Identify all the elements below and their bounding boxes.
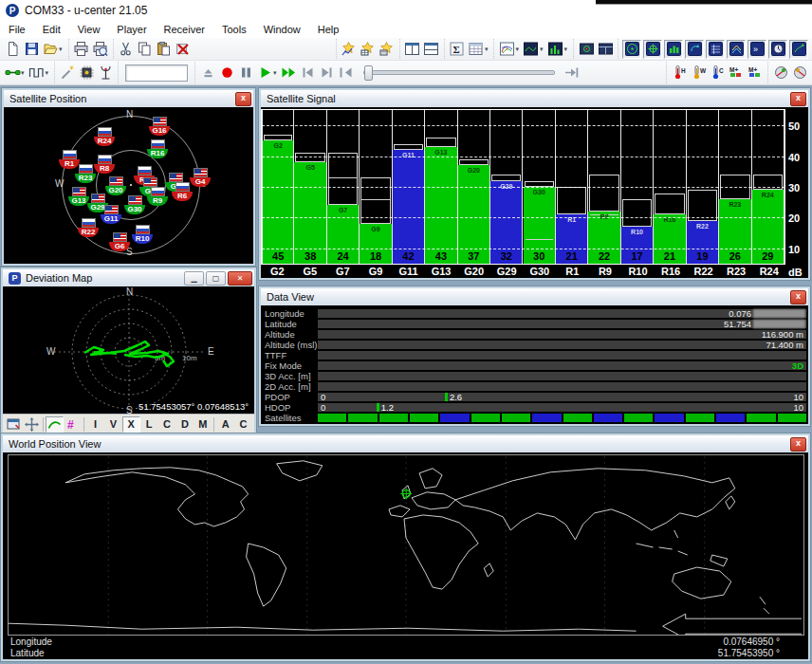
histogram-view-dropdown-icon[interactable]: ▾: [563, 46, 567, 53]
scale-button-c[interactable]: C: [158, 416, 176, 433]
new-table-view-icon[interactable]: [359, 40, 378, 59]
map-chart-view-icon[interactable]: [522, 40, 541, 59]
panel-title: Satellite Signal: [267, 93, 790, 104]
baudrate-icon[interactable]: [28, 64, 46, 83]
world-position-titlebar[interactable]: World Position View x: [3, 435, 808, 452]
assistnow-offline-icon[interactable]: M+: [746, 64, 765, 83]
scale-button-v[interactable]: V: [104, 416, 122, 433]
chart-view-icon[interactable]: [497, 40, 516, 59]
connect-icon[interactable]: [3, 64, 22, 83]
scale-button-d[interactable]: D: [175, 416, 194, 433]
deviation-map-titlebar[interactable]: P Deviation Map ▁ ▢ ✕: [3, 269, 254, 286]
paste-icon[interactable]: [155, 40, 174, 59]
scale-button-l[interactable]: L: [140, 416, 158, 433]
pan-icon[interactable]: [23, 416, 41, 433]
route-view-icon[interactable]: [789, 40, 808, 59]
data-view-titlebar[interactable]: Data View x: [261, 288, 808, 305]
open-file-icon[interactable]: [41, 40, 60, 59]
save-file-icon[interactable]: [22, 40, 41, 59]
console-view-icon[interactable]: »: [747, 40, 766, 59]
map-chart-view-dropdown-icon[interactable]: ▾: [540, 46, 544, 53]
coldstart-icon[interactable]: C: [708, 64, 727, 83]
menu-item-tools[interactable]: Tools: [213, 21, 255, 38]
playback-slider[interactable]: [363, 70, 555, 75]
connect-dropdown-icon[interactable]: ▾: [21, 69, 25, 77]
new-chart-view-icon[interactable]: [340, 40, 359, 59]
new-file-icon[interactable]: [3, 40, 22, 59]
scale-button-m[interactable]: M: [194, 416, 212, 433]
print-icon[interactable]: [72, 40, 91, 59]
sky-view-icon[interactable]: [685, 40, 704, 59]
cut-icon[interactable]: [117, 40, 136, 59]
skip-end-icon[interactable]: [563, 64, 581, 83]
scale-button-a-2[interactable]: A: [216, 416, 234, 433]
delete-red-icon[interactable]: [174, 40, 193, 59]
protocol-filter-combo[interactable]: [125, 65, 188, 82]
autobaud-wizard-icon[interactable]: [58, 64, 77, 83]
menu-item-edit[interactable]: Edit: [34, 21, 69, 38]
sat-database-icon[interactable]: [771, 64, 790, 83]
step-forward-icon[interactable]: [318, 64, 337, 83]
new-text-view-icon[interactable]: [378, 40, 397, 59]
satellite-signal-titlebar[interactable]: Satellite Signal x: [261, 90, 808, 107]
eject-icon[interactable]: [198, 64, 217, 83]
statistic-view-icon[interactable]: Σ: [448, 40, 467, 59]
chart-view-dropdown-icon[interactable]: ▾: [515, 46, 519, 53]
playback-slider-handle[interactable]: [364, 65, 373, 81]
skip-start-icon[interactable]: [337, 64, 356, 83]
nav-table-view-icon[interactable]: [706, 40, 725, 59]
properties-icon[interactable]: [5, 416, 23, 433]
svg-text:M+: M+: [748, 66, 757, 73]
scale-button-i[interactable]: I: [86, 416, 104, 433]
play-icon[interactable]: [255, 64, 274, 83]
baudrate-dropdown-icon[interactable]: ▾: [46, 69, 49, 77]
data-row-value: 116.900 m: [318, 330, 806, 340]
satellite-position-titlebar[interactable]: Satellite Position x: [4, 90, 253, 107]
menu-item-receiver[interactable]: Receiver: [156, 21, 213, 38]
table-view-icon[interactable]: [467, 40, 486, 59]
camera-view-icon[interactable]: [577, 40, 596, 59]
clock-view-icon[interactable]: [768, 40, 787, 59]
assistnow-online-icon[interactable]: M+: [727, 64, 746, 83]
close-icon[interactable]: x: [790, 437, 806, 452]
copy-icon[interactable]: [136, 40, 155, 59]
menu-item-help[interactable]: Help: [309, 21, 348, 38]
close-icon[interactable]: x: [235, 92, 251, 106]
track-toggle-icon[interactable]: [46, 416, 64, 433]
print-preview-icon[interactable]: [91, 40, 110, 59]
tile-horizontal-icon[interactable]: [403, 40, 422, 59]
menu-item-player[interactable]: Player: [108, 21, 155, 38]
tile-vertical-icon[interactable]: [422, 40, 441, 59]
record-icon[interactable]: [217, 64, 236, 83]
close-icon[interactable]: x: [790, 290, 806, 304]
close-icon[interactable]: x: [790, 92, 806, 106]
minimize-icon[interactable]: ▁: [184, 271, 204, 286]
sat-signal-view-icon[interactable]: [664, 40, 683, 59]
message-view-icon[interactable]: [727, 40, 746, 59]
deviation-map-view-icon[interactable]: [643, 40, 662, 59]
close-icon[interactable]: ✕: [228, 271, 252, 286]
maximize-icon[interactable]: ▢: [206, 271, 226, 286]
antenna-icon[interactable]: [96, 64, 115, 83]
docking-view-icon[interactable]: [596, 40, 615, 59]
sat-position-view-icon[interactable]: [622, 40, 641, 59]
scale-button-x[interactable]: X: [122, 416, 140, 433]
scale-button-c-2[interactable]: C: [234, 416, 252, 433]
grid-toggle-icon[interactable]: #: [64, 416, 82, 433]
menu-item-file[interactable]: File: [0, 21, 34, 38]
hotstart-icon[interactable]: H: [670, 64, 689, 83]
signal-cno-value: 37: [458, 250, 489, 262]
step-back-icon[interactable]: [299, 64, 318, 83]
firmware-update-icon[interactable]: [77, 64, 96, 83]
warmstart-icon[interactable]: W: [689, 64, 708, 83]
menu-item-window[interactable]: Window: [255, 21, 309, 38]
sat-database-2-icon[interactable]: [790, 64, 809, 83]
pause-icon[interactable]: [236, 64, 255, 83]
table-view-dropdown-icon[interactable]: ▾: [485, 46, 489, 53]
gauge-min: 0: [321, 393, 325, 402]
open-file-dropdown-icon[interactable]: ▾: [59, 46, 63, 53]
fast-forward-icon[interactable]: [280, 64, 299, 83]
play-dropdown-icon[interactable]: ▾: [273, 69, 277, 77]
histogram-view-icon[interactable]: [545, 40, 564, 59]
menu-item-view[interactable]: View: [69, 21, 109, 38]
